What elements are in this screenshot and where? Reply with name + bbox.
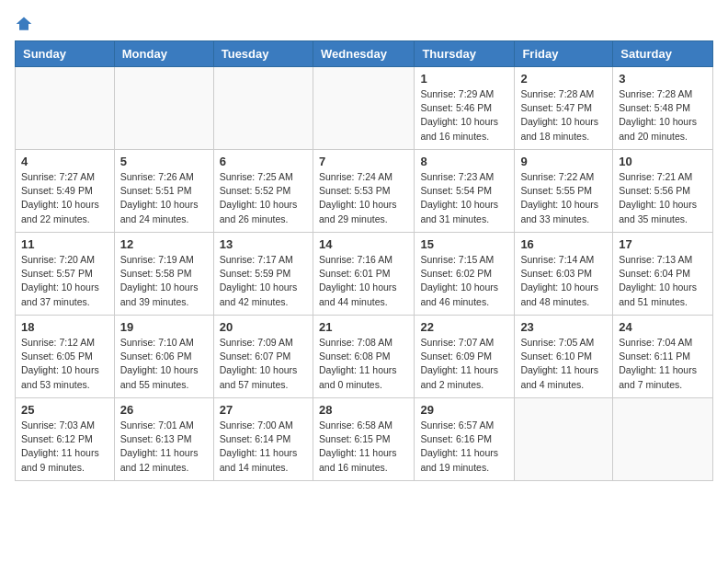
day-info: Sunrise: 7:24 AMSunset: 5:53 PMDaylight:… bbox=[319, 170, 408, 226]
day-number: 6 bbox=[220, 155, 307, 168]
calendar-cell: 2Sunrise: 7:28 AMSunset: 5:47 PMDaylight… bbox=[515, 67, 613, 150]
calendar-cell: 27Sunrise: 7:00 AMSunset: 6:14 PMDayligh… bbox=[213, 398, 313, 481]
weekday-header-tuesday: Tuesday bbox=[213, 41, 313, 67]
day-info: Sunrise: 7:19 AMSunset: 5:58 PMDaylight:… bbox=[120, 253, 208, 309]
day-number: 2 bbox=[520, 72, 607, 86]
calendar-cell: 22Sunrise: 7:07 AMSunset: 6:09 PMDayligh… bbox=[415, 316, 515, 398]
calendar-cell: 5Sunrise: 7:26 AMSunset: 5:51 PMDaylight… bbox=[114, 150, 213, 233]
calendar-cell: 9Sunrise: 7:22 AMSunset: 5:55 PMDaylight… bbox=[515, 150, 613, 233]
day-number: 12 bbox=[120, 237, 208, 251]
day-number: 11 bbox=[21, 237, 108, 251]
day-number: 16 bbox=[520, 237, 607, 251]
calendar-cell: 28Sunrise: 6:58 AMSunset: 6:15 PMDayligh… bbox=[313, 398, 414, 481]
calendar-cell: 10Sunrise: 7:21 AMSunset: 5:56 PMDayligh… bbox=[613, 150, 713, 233]
weekday-header-row: SundayMondayTuesdayWednesdayThursdayFrid… bbox=[16, 41, 713, 67]
day-number: 17 bbox=[619, 237, 707, 251]
calendar-cell bbox=[313, 67, 414, 150]
day-info: Sunrise: 7:03 AMSunset: 6:12 PMDaylight:… bbox=[21, 419, 108, 475]
svg-marker-0 bbox=[17, 17, 32, 30]
day-number: 9 bbox=[520, 155, 607, 168]
calendar-cell: 7Sunrise: 7:24 AMSunset: 5:53 PMDaylight… bbox=[313, 150, 414, 233]
calendar-cell bbox=[515, 398, 613, 481]
day-number: 29 bbox=[420, 403, 508, 417]
logo bbox=[15, 15, 35, 33]
calendar-cell: 13Sunrise: 7:17 AMSunset: 5:59 PMDayligh… bbox=[213, 233, 313, 316]
calendar-cell bbox=[213, 67, 313, 150]
day-info: Sunrise: 7:08 AMSunset: 6:08 PMDaylight:… bbox=[319, 336, 408, 392]
day-info: Sunrise: 7:00 AMSunset: 6:14 PMDaylight:… bbox=[220, 419, 307, 475]
day-info: Sunrise: 7:14 AMSunset: 6:03 PMDaylight:… bbox=[520, 253, 607, 309]
day-info: Sunrise: 7:09 AMSunset: 6:07 PMDaylight:… bbox=[220, 336, 307, 392]
day-number: 5 bbox=[120, 155, 208, 168]
day-number: 25 bbox=[21, 403, 108, 417]
week-row-1: 1Sunrise: 7:29 AMSunset: 5:46 PMDaylight… bbox=[16, 67, 713, 150]
day-info: Sunrise: 7:17 AMSunset: 5:59 PMDaylight:… bbox=[220, 253, 307, 309]
weekday-header-wednesday: Wednesday bbox=[313, 41, 414, 67]
logo-icon bbox=[15, 15, 33, 33]
day-info: Sunrise: 6:58 AMSunset: 6:15 PMDaylight:… bbox=[319, 419, 408, 475]
weekday-header-thursday: Thursday bbox=[415, 41, 515, 67]
day-number: 23 bbox=[520, 320, 607, 334]
day-info: Sunrise: 7:12 AMSunset: 6:05 PMDaylight:… bbox=[21, 336, 108, 392]
day-info: Sunrise: 7:23 AMSunset: 5:54 PMDaylight:… bbox=[420, 170, 508, 226]
calendar-table: SundayMondayTuesdayWednesdayThursdayFrid… bbox=[15, 40, 713, 481]
day-number: 26 bbox=[120, 403, 208, 417]
calendar-cell: 17Sunrise: 7:13 AMSunset: 6:04 PMDayligh… bbox=[613, 233, 713, 316]
day-info: Sunrise: 7:28 AMSunset: 5:48 PMDaylight:… bbox=[619, 87, 707, 144]
day-number: 10 bbox=[619, 155, 707, 168]
calendar-cell: 8Sunrise: 7:23 AMSunset: 5:54 PMDaylight… bbox=[415, 150, 515, 233]
day-info: Sunrise: 7:22 AMSunset: 5:55 PMDaylight:… bbox=[520, 170, 607, 226]
calendar-cell: 16Sunrise: 7:14 AMSunset: 6:03 PMDayligh… bbox=[515, 233, 613, 316]
calendar-cell: 29Sunrise: 6:57 AMSunset: 6:16 PMDayligh… bbox=[415, 398, 515, 481]
day-number: 27 bbox=[220, 403, 307, 417]
week-row-5: 25Sunrise: 7:03 AMSunset: 6:12 PMDayligh… bbox=[16, 398, 713, 481]
day-number: 13 bbox=[220, 237, 307, 251]
calendar-cell: 24Sunrise: 7:04 AMSunset: 6:11 PMDayligh… bbox=[613, 316, 713, 398]
day-info: Sunrise: 7:27 AMSunset: 5:49 PMDaylight:… bbox=[21, 170, 108, 226]
day-number: 15 bbox=[420, 237, 508, 251]
day-info: Sunrise: 7:15 AMSunset: 6:02 PMDaylight:… bbox=[420, 253, 508, 309]
weekday-header-monday: Monday bbox=[114, 41, 213, 67]
day-info: Sunrise: 7:21 AMSunset: 5:56 PMDaylight:… bbox=[619, 170, 707, 226]
day-number: 18 bbox=[21, 320, 108, 334]
calendar-cell: 19Sunrise: 7:10 AMSunset: 6:06 PMDayligh… bbox=[114, 316, 213, 398]
day-number: 22 bbox=[420, 320, 508, 334]
week-row-4: 18Sunrise: 7:12 AMSunset: 6:05 PMDayligh… bbox=[16, 316, 713, 398]
day-number: 8 bbox=[420, 155, 508, 168]
day-number: 19 bbox=[120, 320, 208, 334]
calendar-cell: 14Sunrise: 7:16 AMSunset: 6:01 PMDayligh… bbox=[313, 233, 414, 316]
weekday-header-saturday: Saturday bbox=[613, 41, 713, 67]
calendar-cell bbox=[114, 67, 213, 150]
day-number: 4 bbox=[21, 155, 108, 168]
calendar-cell: 6Sunrise: 7:25 AMSunset: 5:52 PMDaylight… bbox=[213, 150, 313, 233]
day-info: Sunrise: 7:05 AMSunset: 6:10 PMDaylight:… bbox=[520, 336, 607, 392]
page-header bbox=[15, 15, 713, 33]
week-row-3: 11Sunrise: 7:20 AMSunset: 5:57 PMDayligh… bbox=[16, 233, 713, 316]
day-info: Sunrise: 7:25 AMSunset: 5:52 PMDaylight:… bbox=[220, 170, 307, 226]
day-number: 1 bbox=[420, 72, 508, 86]
calendar-body: 1Sunrise: 7:29 AMSunset: 5:46 PMDaylight… bbox=[16, 67, 713, 481]
day-info: Sunrise: 7:13 AMSunset: 6:04 PMDaylight:… bbox=[619, 253, 707, 309]
calendar-cell: 25Sunrise: 7:03 AMSunset: 6:12 PMDayligh… bbox=[16, 398, 115, 481]
calendar-cell: 11Sunrise: 7:20 AMSunset: 5:57 PMDayligh… bbox=[16, 233, 115, 316]
day-number: 20 bbox=[220, 320, 307, 334]
day-info: Sunrise: 7:26 AMSunset: 5:51 PMDaylight:… bbox=[120, 170, 208, 226]
calendar-cell: 15Sunrise: 7:15 AMSunset: 6:02 PMDayligh… bbox=[415, 233, 515, 316]
calendar-cell: 3Sunrise: 7:28 AMSunset: 5:48 PMDaylight… bbox=[613, 67, 713, 150]
day-info: Sunrise: 7:29 AMSunset: 5:46 PMDaylight:… bbox=[420, 87, 508, 144]
calendar-cell: 20Sunrise: 7:09 AMSunset: 6:07 PMDayligh… bbox=[213, 316, 313, 398]
day-number: 21 bbox=[319, 320, 408, 334]
day-number: 28 bbox=[319, 403, 408, 417]
calendar-cell: 4Sunrise: 7:27 AMSunset: 5:49 PMDaylight… bbox=[16, 150, 115, 233]
day-info: Sunrise: 6:57 AMSunset: 6:16 PMDaylight:… bbox=[420, 419, 508, 475]
calendar-cell: 21Sunrise: 7:08 AMSunset: 6:08 PMDayligh… bbox=[313, 316, 414, 398]
calendar-cell: 26Sunrise: 7:01 AMSunset: 6:13 PMDayligh… bbox=[114, 398, 213, 481]
calendar-cell bbox=[16, 67, 115, 150]
calendar-cell bbox=[613, 398, 713, 481]
day-info: Sunrise: 7:04 AMSunset: 6:11 PMDaylight:… bbox=[619, 336, 707, 392]
day-info: Sunrise: 7:01 AMSunset: 6:13 PMDaylight:… bbox=[120, 419, 208, 475]
weekday-header-sunday: Sunday bbox=[16, 41, 115, 67]
day-info: Sunrise: 7:10 AMSunset: 6:06 PMDaylight:… bbox=[120, 336, 208, 392]
week-row-2: 4Sunrise: 7:27 AMSunset: 5:49 PMDaylight… bbox=[16, 150, 713, 233]
weekday-header-friday: Friday bbox=[515, 41, 613, 67]
